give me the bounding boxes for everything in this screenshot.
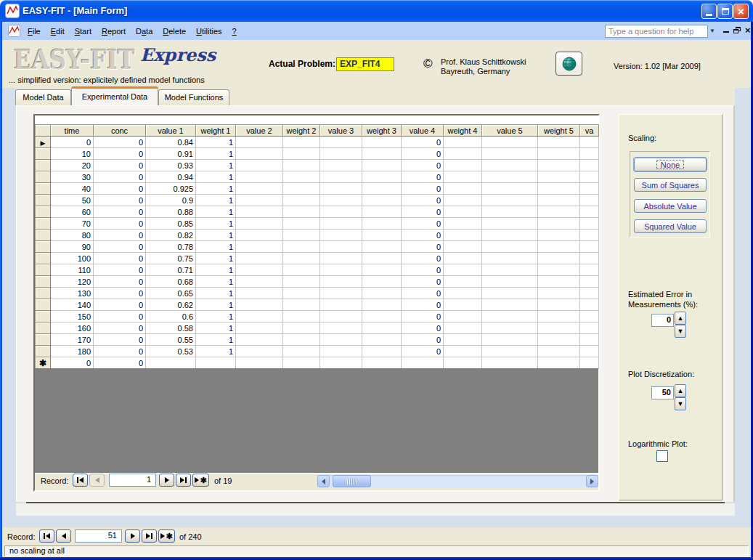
grid-cell[interactable]	[580, 253, 599, 264]
row-selector[interactable]	[36, 346, 51, 357]
error-value-input[interactable]: 0	[651, 314, 674, 327]
scroll-right-button[interactable]	[586, 475, 598, 487]
grid-cell[interactable]: 1	[196, 334, 236, 346]
row-selector[interactable]	[36, 276, 51, 288]
grid-cell[interactable]	[362, 334, 402, 346]
grid-cell[interactable]	[283, 264, 320, 276]
grid-cell[interactable]	[444, 171, 482, 183]
grid-cell[interactable]: 0	[94, 148, 146, 160]
row-selector[interactable]	[36, 299, 51, 311]
grid-cell[interactable]	[320, 206, 362, 218]
grid-cell[interactable]: 0.9	[146, 195, 196, 206]
grid-cell[interactable]	[283, 299, 320, 311]
grid-cell[interactable]: 130	[51, 288, 94, 299]
grid-cell[interactable]	[320, 322, 362, 334]
grid-cell[interactable]	[362, 299, 402, 311]
grid-cell[interactable]: 0.62	[146, 299, 196, 311]
row-selector[interactable]	[36, 206, 51, 218]
grid-cell[interactable]: 0	[94, 160, 146, 171]
grid-cell[interactable]: 1	[196, 230, 236, 241]
row-selector[interactable]	[36, 230, 51, 241]
grid-cell[interactable]: 1	[196, 253, 236, 264]
grid-cell[interactable]: 0.75	[146, 253, 196, 264]
grid-cell[interactable]	[444, 230, 482, 241]
grid-cell[interactable]	[580, 183, 599, 195]
grid-cell[interactable]: 0	[402, 195, 444, 206]
grid-cell[interactable]	[482, 334, 538, 346]
column-header-weight-5[interactable]: weight 5	[538, 125, 580, 137]
column-header-value-2[interactable]: value 2	[236, 125, 283, 137]
grid-cell[interactable]	[444, 241, 482, 253]
error-spin-down-button[interactable]: ▼	[675, 325, 686, 338]
row-selector[interactable]	[36, 322, 51, 334]
grid-cell[interactable]: 0.58	[146, 322, 196, 334]
grid-cell[interactable]	[196, 357, 236, 369]
grid-cell[interactable]	[444, 357, 482, 369]
grid-cell[interactable]: 1	[196, 311, 236, 322]
grid-cell[interactable]: 140	[51, 299, 94, 311]
grid-cell[interactable]	[580, 334, 599, 346]
select-all-corner[interactable]	[36, 125, 51, 137]
grid-cell[interactable]	[444, 334, 482, 346]
grid-cell[interactable]	[362, 322, 402, 334]
grid-cell[interactable]	[482, 230, 538, 241]
grid-cell[interactable]	[236, 206, 283, 218]
grid-cell[interactable]: 0.93	[146, 160, 196, 171]
grid-cell[interactable]: 0	[94, 241, 146, 253]
grid-cell[interactable]	[362, 230, 402, 241]
row-selector[interactable]	[36, 253, 51, 264]
grid-cell[interactable]	[580, 206, 599, 218]
grid-cell[interactable]: 0.94	[146, 171, 196, 183]
grid-cell[interactable]	[580, 160, 599, 171]
grid-cell[interactable]	[538, 334, 580, 346]
grid-cell[interactable]: 0	[402, 346, 444, 357]
grid-cell[interactable]	[482, 241, 538, 253]
grid-cell[interactable]	[580, 148, 599, 160]
grid-cell[interactable]	[538, 230, 580, 241]
grid-cell[interactable]: 0	[94, 171, 146, 183]
grid-cell[interactable]	[362, 206, 402, 218]
grid-cell[interactable]	[362, 195, 402, 206]
grid-cell[interactable]	[444, 195, 482, 206]
grid-cell[interactable]	[283, 276, 320, 288]
grid-cell[interactable]: 1	[196, 148, 236, 160]
grid-cell[interactable]	[482, 171, 538, 183]
grid-cell[interactable]: 0	[94, 334, 146, 346]
grid-cell[interactable]: 0	[402, 322, 444, 334]
column-header-weight-3[interactable]: weight 3	[362, 125, 402, 137]
grid-cell[interactable]	[482, 322, 538, 334]
grid-cell[interactable]	[444, 183, 482, 195]
grid-cell[interactable]	[320, 241, 362, 253]
grid-cell[interactable]: 10	[51, 148, 94, 160]
grid-cell[interactable]: 0	[94, 218, 146, 230]
grid-cell[interactable]	[538, 299, 580, 311]
tab-model-data[interactable]: Model Data	[15, 89, 71, 105]
grid-cell[interactable]: 1	[196, 206, 236, 218]
grid-cell[interactable]	[444, 253, 482, 264]
grid-cell[interactable]	[320, 195, 362, 206]
grid-cell[interactable]	[362, 137, 402, 148]
grid-cell[interactable]	[482, 183, 538, 195]
grid-cell[interactable]	[580, 137, 599, 148]
column-header-value-4[interactable]: value 4	[402, 125, 444, 137]
grid-cell[interactable]	[444, 346, 482, 357]
tab-model-functions[interactable]: Model Functions	[158, 89, 229, 105]
grid-cell[interactable]: 0	[402, 253, 444, 264]
grid-cell[interactable]	[236, 218, 283, 230]
globe-button[interactable]	[555, 52, 582, 76]
grid-cell[interactable]	[482, 311, 538, 322]
grid-cell[interactable]	[538, 346, 580, 357]
grid-cell[interactable]	[362, 218, 402, 230]
column-header-weight-2[interactable]: weight 2	[283, 125, 320, 137]
scaling-sum-of-squares-button[interactable]: Sum of Squares	[634, 178, 707, 192]
grid-cell[interactable]	[402, 357, 444, 369]
grid-cell[interactable]	[362, 346, 402, 357]
grid-new-record-button[interactable]: ✱	[192, 474, 209, 487]
grid-next-record-button[interactable]	[159, 474, 174, 487]
grid-cell[interactable]	[320, 346, 362, 357]
grid-cell[interactable]	[538, 357, 580, 369]
form-new-record-button[interactable]: ✱	[158, 529, 175, 543]
grid-cell[interactable]	[538, 241, 580, 253]
column-header-weight-1[interactable]: weight 1	[196, 125, 236, 137]
grid-cell[interactable]	[538, 206, 580, 218]
